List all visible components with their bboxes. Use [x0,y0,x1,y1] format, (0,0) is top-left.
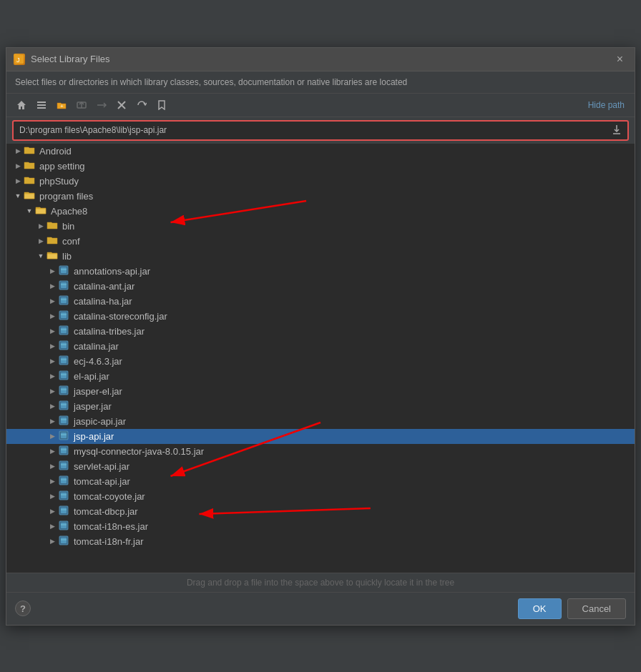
tree-item-ecj[interactable]: ▶ecj-4.6.3.jar [6,354,635,369]
tree-item-conf[interactable]: ▶conf [6,234,635,249]
tree-item-tomcat-api[interactable]: ▶tomcat-api.jar [6,474,635,489]
tree-item-lib[interactable]: ▼lib [6,249,635,264]
svg-rect-33 [61,357,67,363]
expand-arrow-el-api[interactable]: ▶ [47,372,58,380]
tree-item-phpstudy[interactable]: ▶phpStudy [6,174,635,189]
svg-rect-3 [37,102,46,103]
expand-arrow-conf[interactable]: ▶ [35,237,47,244]
jar-file-icon [58,295,71,307]
toolbar-bookmark-button[interactable] [152,97,171,114]
toolbar-move-button[interactable] [92,97,111,114]
path-input[interactable] [14,122,606,139]
expand-arrow-app-setting[interactable]: ▶ [12,162,24,169]
tree-item-label-catalina-ha: catalina-ha.jar [74,296,635,307]
folder-open-icon [24,190,36,202]
tree-item-tomcat-coyote[interactable]: ▶tomcat-coyote.jar [6,489,635,504]
tree-item-jaspic-api[interactable]: ▶jaspic-api.jar [6,414,635,429]
ok-button[interactable]: OK [518,598,562,619]
tree-item-catalina-storeconfig[interactable]: ▶catalina-storeconfig.jar [6,309,635,324]
bottom-bar: ? OK Cancel [6,592,635,625]
expand-arrow-tomcat-api[interactable]: ▶ [47,478,58,485]
toolbar-new-folder-button[interactable]: + [52,97,71,114]
expand-arrow-jaspic-api[interactable]: ▶ [47,417,58,425]
folder-open-icon [47,250,59,262]
tree-item-catalina-ant[interactable]: ▶catalina-ant.jar [6,279,635,294]
tree-item-label-catalina-storeconfig: catalina-storeconfig.jar [74,311,635,322]
jar-file-icon [58,355,71,367]
tree-item-jasper[interactable]: ▶jasper.jar [6,399,635,414]
tree-item-tomcat-i18n-es[interactable]: ▶tomcat-i18n-es.jar [6,519,635,534]
file-tree[interactable]: ▶Android▶app setting▶phpStudy▼program fi… [6,144,635,573]
tree-item-mysql-connector[interactable]: ▶mysql-connector-java-8.0.15.jar [6,444,635,459]
tree-item-annotations-api[interactable]: ▶annotations-api.jar [6,264,635,279]
tree-item-label-apache8: Apache8 [51,206,635,217]
tree-item-catalina-tribes[interactable]: ▶catalina-tribes.jar [6,324,635,339]
tree-item-tomcat-i18n-fr[interactable]: ▶tomcat-i18n-fr.jar [6,534,635,549]
tree-item-servlet-api[interactable]: ▶servlet-api.jar [6,459,635,474]
expand-arrow-jasper-el[interactable]: ▶ [47,387,58,395]
toolbar-up-button[interactable] [72,97,91,114]
expand-arrow-tomcat-dbcp[interactable]: ▶ [47,508,58,515]
dialog-buttons: OK Cancel [518,598,626,619]
expand-arrow-jsp-api[interactable]: ▶ [47,433,58,440]
expand-arrow-tomcat-coyote[interactable]: ▶ [47,493,58,500]
tree-item-catalina[interactable]: ▶catalina.jar [6,339,635,354]
tree-item-jasper-el[interactable]: ▶jasper-el.jar [6,384,635,399]
tree-item-label-lib: lib [62,251,635,262]
expand-arrow-catalina-storeconfig[interactable]: ▶ [47,312,58,320]
tree-item-program-files[interactable]: ▼program files [6,189,635,204]
expand-arrow-catalina-tribes[interactable]: ▶ [47,327,58,335]
svg-rect-48 [61,433,67,438]
help-button[interactable]: ? [15,601,31,616]
tree-item-android[interactable]: ▶Android [6,144,635,159]
expand-arrow-mysql-connector[interactable]: ▶ [47,448,58,455]
toolbar: + Hide path [6,94,635,117]
expand-arrow-servlet-api[interactable]: ▶ [47,463,58,470]
expand-arrow-program-files[interactable]: ▼ [12,192,24,199]
jar-file-icon [58,415,71,428]
tree-item-app-setting[interactable]: ▶app setting [6,159,635,174]
dialog-subtitle: Select files or directories in which lib… [6,71,635,94]
expand-arrow-catalina-ant[interactable]: ▶ [47,282,58,290]
toolbar-delete-button[interactable] [112,97,131,114]
toolbar-home-button[interactable] [12,97,31,114]
tree-item-jsp-api[interactable]: ▶jsp-api.jar [6,429,635,444]
expand-arrow-annotations-api[interactable]: ▶ [47,267,58,275]
toolbar-left: + [12,97,171,114]
expand-arrow-lib[interactable]: ▼ [35,252,47,260]
toolbar-list-button[interactable] [32,97,51,114]
path-download-button[interactable] [606,122,627,139]
tree-item-apache8[interactable]: ▼Apache8 [6,204,635,219]
expand-arrow-phpstudy[interactable]: ▶ [12,177,24,184]
tree-item-catalina-ha[interactable]: ▶catalina-ha.jar [6,294,635,309]
expand-arrow-catalina[interactable]: ▶ [47,342,58,350]
expand-arrow-android[interactable]: ▶ [12,147,24,154]
tree-item-label-conf: conf [62,236,635,247]
expand-arrow-jasper[interactable]: ▶ [47,402,58,410]
svg-rect-42 [61,402,67,408]
jar-file-icon [58,490,71,503]
close-button[interactable]: × [612,52,627,66]
expand-arrow-tomcat-i18n-es[interactable]: ▶ [47,523,58,530]
svg-text:J: J [16,56,20,64]
tree-item-tomcat-dbcp[interactable]: ▶tomcat-dbcp.jar [6,504,635,519]
tree-item-el-api[interactable]: ▶el-api.jar [6,369,635,384]
tree-item-bin[interactable]: ▶bin [6,219,635,234]
expand-arrow-catalina-ha[interactable]: ▶ [47,297,58,305]
tree-wrapper: ▶Android▶app setting▶phpStudy▼program fi… [6,144,635,573]
toolbar-refresh-button[interactable] [132,97,151,114]
jar-file-icon [58,475,71,488]
jar-file-icon [58,280,71,292]
expand-arrow-ecj[interactable]: ▶ [47,357,58,365]
jar-file-icon [58,460,71,473]
tree-item-label-phpstudy: phpStudy [39,176,635,187]
app-icon: J [14,54,25,65]
jar-file-icon [58,445,71,458]
cancel-button[interactable]: Cancel [567,598,626,619]
hide-path-button[interactable]: Hide path [584,99,629,112]
jar-file-icon [58,400,71,412]
expand-arrow-tomcat-i18n-fr[interactable]: ▶ [47,538,58,545]
expand-arrow-apache8[interactable]: ▼ [24,207,35,214]
expand-arrow-bin[interactable]: ▶ [35,222,47,229]
svg-rect-36 [61,372,67,378]
